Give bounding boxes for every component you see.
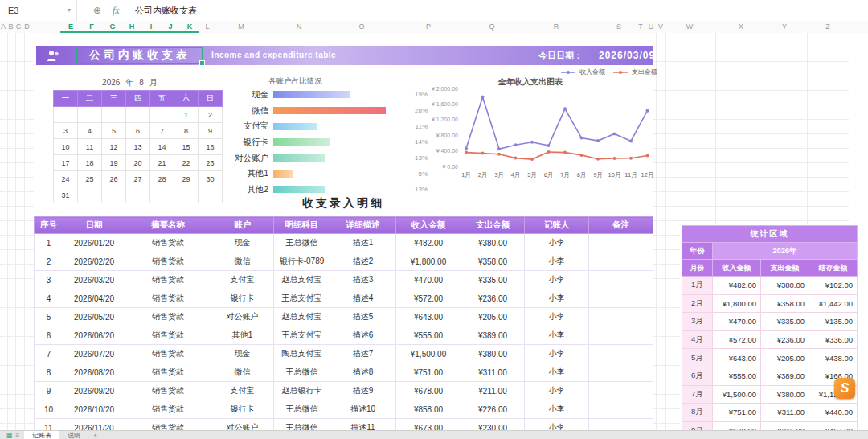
detail-cell[interactable]: 描述9 xyxy=(330,382,396,400)
detail-cell[interactable]: 小李 xyxy=(525,363,589,382)
stats-cell[interactable]: ¥555.00 xyxy=(713,367,761,385)
calendar-day[interactable]: 6 xyxy=(126,123,150,139)
column-header-J[interactable]: J xyxy=(168,21,172,33)
stats-cell[interactable]: ¥467.00 xyxy=(809,421,858,430)
stats-cell[interactable]: 7月 xyxy=(682,385,713,404)
detail-cell[interactable]: ¥678.00 xyxy=(396,382,461,400)
column-header-E[interactable]: E xyxy=(68,21,73,33)
stats-title-cell[interactable]: 统计区域 xyxy=(682,226,858,243)
detail-cell[interactable]: ¥380.00 xyxy=(461,345,525,363)
add-sheet-button[interactable]: + xyxy=(93,432,97,439)
detail-cell[interactable]: 银行卡 xyxy=(211,289,274,308)
detail-cell[interactable] xyxy=(589,419,653,431)
stats-cell[interactable]: ¥205.00 xyxy=(761,349,809,367)
detail-cell[interactable]: 对公账户 xyxy=(211,419,274,431)
calendar-day[interactable]: 18 xyxy=(78,155,102,171)
detail-cell[interactable]: ¥236.00 xyxy=(461,289,525,308)
calendar-day[interactable] xyxy=(78,107,102,123)
detail-cell[interactable]: 描述7 xyxy=(330,345,396,363)
stats-cell[interactable]: ¥643.00 xyxy=(713,349,761,367)
detail-cell[interactable]: 小李 xyxy=(525,252,589,271)
detail-cell[interactable]: 11 xyxy=(35,419,63,431)
detail-cell[interactable]: 对公账户 xyxy=(211,308,274,326)
calendar-day[interactable]: 23 xyxy=(199,155,223,171)
calendar-day[interactable]: 27 xyxy=(126,171,150,187)
calendar-day[interactable]: 9 xyxy=(199,123,223,139)
calendar-day[interactable]: 4 xyxy=(78,123,102,139)
detail-cell[interactable]: 小李 xyxy=(525,289,589,308)
detail-cell[interactable]: 销售货款 xyxy=(125,289,211,308)
stats-cell[interactable]: ¥311.00 xyxy=(761,404,809,422)
detail-header-cell[interactable]: 日期 xyxy=(63,217,125,234)
detail-cell[interactable]: 5 xyxy=(35,308,63,326)
detail-cell[interactable]: ¥1,500.00 xyxy=(396,345,461,363)
detail-cell[interactable]: 描述6 xyxy=(330,326,396,345)
detail-cell[interactable]: 销售货款 xyxy=(125,400,211,419)
detail-cell[interactable]: 销售货款 xyxy=(125,419,211,431)
stats-cell[interactable]: ¥211.00 xyxy=(761,421,809,430)
detail-cell[interactable]: 2026/05/20 xyxy=(63,308,125,326)
column-header-Y[interactable]: Y xyxy=(782,21,787,33)
stats-cell[interactable]: 3月 xyxy=(682,313,713,331)
column-header-W[interactable]: W xyxy=(686,21,694,33)
stats-cell[interactable]: ¥102.00 xyxy=(809,277,858,295)
detail-cell[interactable]: 小李 xyxy=(525,234,589,252)
detail-cell[interactable]: 销售货款 xyxy=(125,345,211,363)
stats-cell[interactable]: 8月 xyxy=(682,404,713,422)
calendar-day[interactable]: 17 xyxy=(54,155,78,171)
detail-cell[interactable] xyxy=(589,271,653,289)
detail-cell[interactable]: 2026/06/20 xyxy=(63,326,125,345)
detail-header-cell[interactable]: 支出金额 xyxy=(461,217,525,234)
column-header-F[interactable]: F xyxy=(89,21,94,33)
stats-year-label[interactable]: 年份 xyxy=(682,243,713,260)
stats-cell[interactable]: ¥438.00 xyxy=(809,349,858,367)
calendar-day[interactable]: 25 xyxy=(78,171,102,187)
detail-header-cell[interactable]: 备注 xyxy=(589,217,653,234)
detail-cell[interactable] xyxy=(589,382,653,400)
detail-cell[interactable]: 2026/11/20 xyxy=(63,419,125,431)
column-header-X[interactable]: X xyxy=(739,21,743,33)
detail-cell[interactable]: ¥230.00 xyxy=(461,419,525,431)
detail-header-cell[interactable]: 摘要名称 xyxy=(125,217,211,234)
calendar-day[interactable]: 19 xyxy=(102,155,126,171)
detail-cell[interactable]: 描述3 xyxy=(330,271,396,289)
name-box[interactable]: E3 ▾ xyxy=(0,0,77,21)
column-header-L[interactable]: L xyxy=(205,21,209,33)
detail-cell[interactable]: 赵总银行卡 xyxy=(274,382,330,400)
column-header-N[interactable]: N xyxy=(297,21,302,33)
detail-cell[interactable]: 描述4 xyxy=(330,289,396,308)
detail-cell[interactable]: ¥335.00 xyxy=(461,271,525,289)
stats-cell[interactable]: ¥236.00 xyxy=(761,330,809,349)
stats-cell[interactable]: ¥440.00 xyxy=(809,404,858,422)
detail-cell[interactable]: 支付宝 xyxy=(211,271,274,289)
calendar-year[interactable]: 2026 xyxy=(102,78,120,87)
detail-cell[interactable]: 描述5 xyxy=(330,308,396,326)
detail-cell[interactable]: 描述1 xyxy=(330,234,396,252)
detail-cell[interactable]: 销售货款 xyxy=(125,308,211,326)
stats-header-cell[interactable]: 月份 xyxy=(682,260,713,277)
stats-header-cell[interactable]: 支出金额 xyxy=(761,260,809,277)
column-header-M[interactable]: M xyxy=(238,21,244,33)
stats-cell[interactable]: ¥380.00 xyxy=(761,385,809,404)
account-bar-rows[interactable]: 现金19%微信28%支付宝11%银行卡14%对公账户13%其他15%其他213% xyxy=(227,87,428,198)
formula-input[interactable]: 公司内账收支表 xyxy=(135,0,197,21)
calendar-header[interactable]: 2026年8月 xyxy=(60,77,205,88)
chevron-down-icon[interactable]: ▾ xyxy=(68,0,71,21)
detail-cell[interactable]: 银行卡 xyxy=(211,400,274,419)
calendar-day[interactable]: 30 xyxy=(199,171,223,187)
detail-cell[interactable]: 2026/10/20 xyxy=(63,400,125,419)
stats-cell[interactable]: ¥135.00 xyxy=(809,313,858,331)
calendar-day[interactable]: 13 xyxy=(126,139,150,155)
column-header-P[interactable]: P xyxy=(426,21,431,33)
calendar-day[interactable]: 12 xyxy=(102,139,126,155)
detail-cell[interactable]: ¥572.00 xyxy=(396,289,461,308)
column-header-O[interactable]: O xyxy=(358,21,364,33)
detail-cell[interactable]: 2026/03/20 xyxy=(63,271,125,289)
detail-header-cell[interactable]: 收入金额 xyxy=(396,217,461,234)
detail-cell[interactable]: 7 xyxy=(35,345,63,363)
detail-cell[interactable]: ¥470.00 xyxy=(396,271,461,289)
calendar-day[interactable]: 10 xyxy=(54,139,78,155)
stats-cell[interactable]: ¥358.00 xyxy=(761,294,809,313)
calendar-day[interactable] xyxy=(102,107,126,123)
detail-cell[interactable] xyxy=(589,252,653,271)
